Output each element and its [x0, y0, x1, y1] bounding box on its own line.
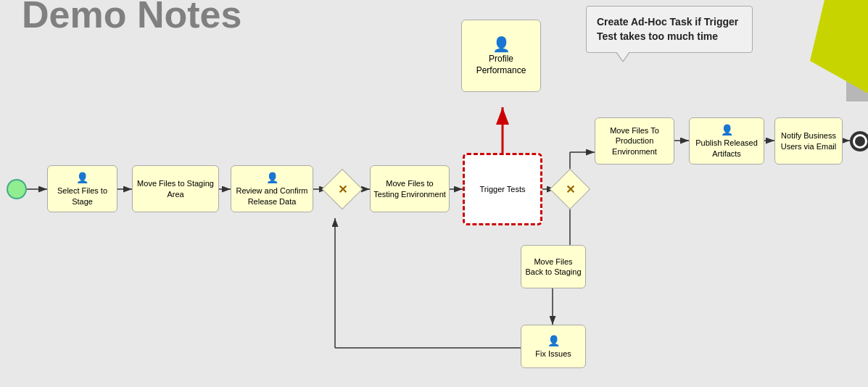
profile-performance-label: Profile Performance	[465, 54, 537, 76]
end-event	[850, 131, 868, 151]
task-move-files-staging[interactable]: Move Files to Staging Area	[132, 165, 219, 212]
gateway-2: ✕	[555, 175, 584, 204]
fix-issues-icon: 👤	[547, 334, 560, 347]
page-title: Demo Notes	[22, 0, 241, 36]
review-icon: 👤	[266, 171, 278, 184]
task-move-files-testing[interactable]: Move Files to Testing Environment	[370, 165, 450, 212]
review-confirm-label: Review and Confirm Release Data	[234, 186, 310, 207]
fix-issues-label: Fix Issues	[535, 349, 571, 359]
task-trigger-tests[interactable]: Trigger Tests	[463, 153, 542, 225]
select-files-label: Select Files to Stage	[51, 186, 114, 207]
task-move-files-production[interactable]: Move Files To Production Environment	[595, 117, 674, 165]
corner-decoration	[810, 0, 868, 101]
task-profile-performance[interactable]: 👤 Profile Performance	[461, 20, 541, 92]
task-review-confirm[interactable]: 👤 Review and Confirm Release Data	[231, 165, 313, 212]
move-files-staging-label: Move Files to Staging Area	[136, 178, 215, 199]
gateway-1-symbol: ✕	[338, 183, 347, 196]
task-fix-issues[interactable]: 👤 Fix Issues	[521, 325, 586, 368]
diagram-canvas: Demo Notes Create Ad-Hoc Task if Trigger…	[0, 0, 868, 387]
publish-icon: 👤	[721, 123, 733, 136]
end-event-inner	[855, 136, 865, 146]
publish-artifacts-label: Publish Released Artifacts	[693, 138, 761, 159]
trigger-tests-label: Trigger Tests	[480, 184, 526, 194]
callout-text: Create Ad-Hoc Task if Trigger Test takes…	[597, 16, 738, 42]
move-files-testing-label: Move Files to Testing Environment	[373, 178, 446, 199]
task-select-files[interactable]: 👤 Select Files to Stage	[47, 165, 117, 212]
notify-email-label: Notify Business Users via Email	[778, 130, 839, 151]
task-move-files-back[interactable]: Move Files Back to Staging	[521, 245, 586, 288]
select-files-icon: 👤	[76, 171, 88, 184]
task-notify-email[interactable]: Notify Business Users via Email	[774, 117, 843, 165]
start-event	[7, 179, 27, 199]
move-files-back-label: Move Files Back to Staging	[524, 257, 582, 278]
task-publish-artifacts[interactable]: 👤 Publish Released Artifacts	[689, 117, 764, 165]
gateway-1: ✕	[328, 175, 357, 204]
callout-box: Create Ad-Hoc Task if Trigger Test takes…	[586, 6, 753, 53]
gateway-2-symbol: ✕	[566, 183, 575, 196]
move-files-production-label: Move Files To Production Environment	[598, 125, 671, 157]
profile-icon: 👤	[492, 35, 511, 54]
